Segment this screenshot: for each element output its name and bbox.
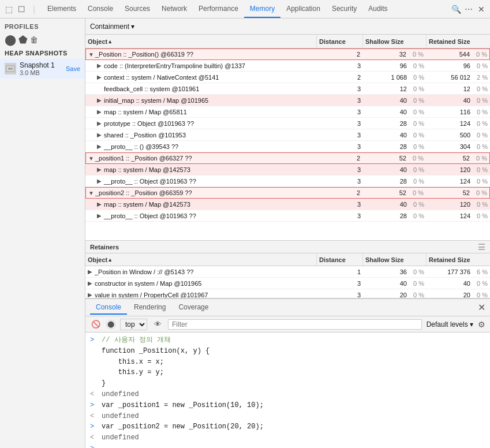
distance-value: 3 <box>317 118 363 129</box>
more-icon[interactable]: ⋯ <box>463 4 474 14</box>
default-levels-dropdown[interactable]: Default levels ▾ <box>427 320 473 328</box>
col-retained[interactable]: Retained Size <box>427 35 490 48</box>
expand-arrow[interactable]: ▼ <box>88 51 95 58</box>
tab-rendering[interactable]: Rendering <box>128 301 171 315</box>
heap-section: Object Distance Shallow Size Retained Si… <box>85 35 490 240</box>
ret-col-retained[interactable]: Retained Size <box>427 253 490 266</box>
console-prompt: < <box>90 390 98 400</box>
cursor-icon[interactable]: ⬚ <box>3 4 14 14</box>
tab-coverage[interactable]: Coverage <box>173 301 214 315</box>
table-row[interactable]: ▶ prototype :: Object @101963 ?? 3 28 0 … <box>85 118 490 129</box>
table-row[interactable]: ▼ _Position :: _Position() @66319 ?? 2 3… <box>85 48 490 60</box>
tab-console-bottom[interactable]: Console <box>90 301 127 315</box>
retained-size: 40 0 % <box>427 278 490 289</box>
shallow-size: 40 0 % <box>363 199 427 210</box>
stop-btn[interactable]: ⬟ <box>18 33 28 46</box>
ret-col-distance[interactable]: Distance <box>317 253 363 266</box>
settings-icon[interactable]: ⚙ <box>478 320 485 329</box>
distance-value: 3 <box>317 60 363 71</box>
expand-arrow[interactable]: ▶ <box>97 143 104 150</box>
console-stop-button[interactable]: ⬤ <box>106 320 115 329</box>
close-icon[interactable]: ✕ <box>476 4 487 14</box>
expand-arrow[interactable]: ▶ <box>97 62 104 69</box>
table-row[interactable]: ▶ initial_map :: system / Map @101965 3 … <box>85 95 490 106</box>
ret-col-shallow[interactable]: Shallow Size <box>363 253 427 266</box>
retainer-row[interactable]: ▶ _Position in Window / :// @5143 ?? 1 3… <box>85 266 490 278</box>
console-line: function _Position(x, y) { <box>85 346 490 357</box>
retainer-row[interactable]: ▶ value in system / PropertyCell @101967… <box>85 289 490 298</box>
tab-network[interactable]: Network <box>156 0 193 18</box>
console-code: var _position1 = new _Position(10, 10); <box>102 401 264 410</box>
distance-value: 3 <box>317 199 363 210</box>
col-object[interactable]: Object <box>85 35 317 48</box>
expand-arrow[interactable]: ▶ <box>88 292 95 298</box>
retained-size: 56 012 2 % <box>427 72 490 83</box>
console-clear-button[interactable]: 🚫 <box>90 319 102 330</box>
table-row[interactable]: ▶ __proto__ :: Object @101963 ?? 3 28 0 … <box>85 176 490 187</box>
col-shallow[interactable]: Shallow Size <box>363 35 427 48</box>
object-label: prototype :: Object @101963 ?? <box>104 120 194 127</box>
svg-rect-2 <box>8 68 13 70</box>
table-row[interactable]: ▼ _position2 :: _Position @66359 ?? 2 52… <box>85 187 490 199</box>
object-label: map :: system / Map @65811 <box>104 109 187 115</box>
console-cursor-arrow: > <box>90 445 94 448</box>
shallow-size: 96 0 % <box>363 60 427 71</box>
table-row[interactable]: ▶ __proto__ :: () @39543 ?? 3 28 0 % 304… <box>85 141 490 152</box>
record-btn[interactable]: ⬤ <box>5 33 16 46</box>
retainer-row[interactable]: ▶ constructor in system / Map @101965 3 … <box>85 278 490 289</box>
expand-arrow[interactable]: ▶ <box>97 120 104 126</box>
table-row[interactable]: ▶ code :: (InterpreterEntryTrampoline bu… <box>85 60 490 72</box>
expand-arrow[interactable]: ▶ <box>97 201 104 207</box>
expand-arrow[interactable]: ▶ <box>97 109 104 115</box>
table-row[interactable]: ▼ _position1 :: _Position @66327 ?? 2 52… <box>85 152 490 164</box>
devtools-main: Profiles ⬤ ⬟ 🗑 HEAP SNAPSHOTS Snapshot 1… <box>0 18 490 448</box>
console-cursor-line[interactable]: > <box>85 443 490 448</box>
expand-arrow[interactable]: ▶ <box>97 212 104 219</box>
expand-arrow[interactable]: ▶ <box>97 178 104 184</box>
shallow-size: 52 0 % <box>362 188 426 198</box>
col-distance[interactable]: Distance <box>317 35 363 48</box>
filter-input[interactable] <box>168 319 422 330</box>
ret-col-object[interactable]: Object <box>85 253 317 266</box>
shallow-size: 28 0 % <box>363 210 427 221</box>
tab-performance[interactable]: Performance <box>193 0 244 18</box>
expand-arrow[interactable]: ▶ <box>97 132 104 138</box>
containment-dropdown[interactable]: Containment ▾ <box>90 23 134 31</box>
table-row[interactable]: ▶ map :: system / Map @65811 3 40 0 % 11… <box>85 106 490 118</box>
context-selector[interactable]: top <box>120 319 147 330</box>
expand-arrow[interactable]: ▶ <box>88 280 95 286</box>
table-row[interactable]: ▶ context :: system / NativeContext @514… <box>85 72 490 83</box>
snapshot-icon <box>5 63 16 74</box>
tab-security[interactable]: Security <box>326 0 362 18</box>
expand-arrow[interactable]: ▶ <box>97 74 104 80</box>
tab-elements[interactable]: Elements <box>42 0 82 18</box>
tab-application[interactable]: Application <box>280 0 326 18</box>
table-row[interactable]: ▶ map :: system / Map @142573 3 40 0 % 1… <box>85 199 490 210</box>
console-close-button[interactable]: ✕ <box>478 302 485 313</box>
expand-arrow[interactable]: ▼ <box>88 190 95 196</box>
console-line: } <box>85 378 490 389</box>
search-icon[interactable]: 🔍 <box>451 4 461 14</box>
device-icon[interactable]: ☐ <box>16 4 27 14</box>
expand-arrow[interactable]: ▶ <box>88 268 95 275</box>
devtools-topbar: ⬚ ☐ | Elements Console Sources Network P… <box>0 0 490 18</box>
table-row[interactable]: ▶ __proto__ :: Object @101963 ?? 3 28 0 … <box>85 210 490 222</box>
tab-audits[interactable]: Audits <box>362 0 393 18</box>
shallow-size: 28 0 % <box>363 118 427 129</box>
snapshot-row[interactable]: Snapshot 1 3.0 MB Save <box>0 59 85 79</box>
shallow-size: 52 0 % <box>362 153 426 163</box>
tab-memory[interactable]: Memory <box>244 0 280 18</box>
eye-icon[interactable]: 👁 <box>152 319 163 330</box>
console-content: >// 사용자 정의 개채function _Position(x, y) { … <box>85 333 490 448</box>
tab-console[interactable]: Console <box>82 0 119 18</box>
table-row[interactable]: ▶ map :: system / Map @142573 3 40 0 % 1… <box>85 164 490 176</box>
tab-sources[interactable]: Sources <box>119 0 156 18</box>
clear-btn[interactable]: 🗑 <box>30 35 38 44</box>
snapshot-save-button[interactable]: Save <box>66 65 80 72</box>
expand-arrow[interactable]: ▼ <box>88 155 95 162</box>
expand-arrow[interactable]: ▶ <box>97 97 104 103</box>
table-row[interactable]: ▶ shared :: _Position @101953 3 40 0 % 5… <box>85 129 490 141</box>
expand-arrow[interactable]: ▶ <box>97 166 104 173</box>
shallow-size: 36 0 % <box>363 266 427 277</box>
table-row[interactable]: feedback_cell :: system @101961 3 12 0 %… <box>85 83 490 95</box>
